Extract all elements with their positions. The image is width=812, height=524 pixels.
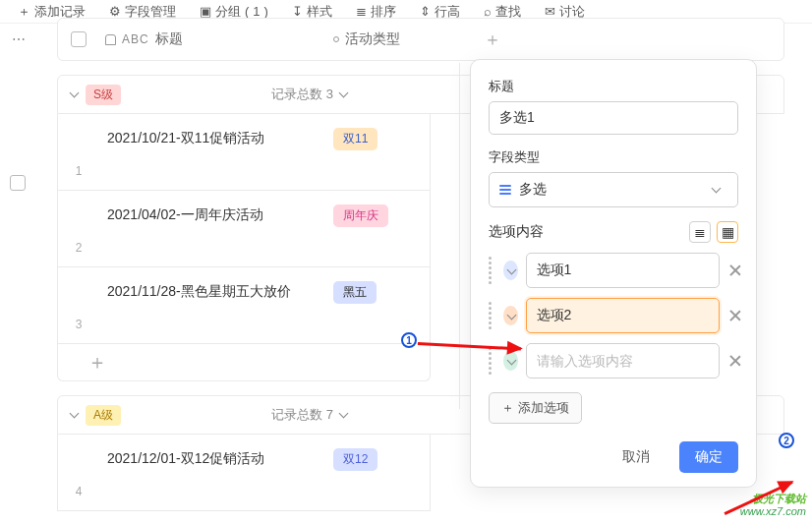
row-title-cell[interactable]: 2021/04/02-一周年庆活动 [99,191,333,266]
option-input[interactable] [526,343,720,378]
option-row [489,253,738,288]
activity-tag: 周年庆 [333,204,388,227]
option-input[interactable] [526,253,720,288]
annotation-badge-1: 1 [401,332,417,348]
activity-tag: 黑五 [333,281,377,304]
option-input[interactable] [526,298,720,333]
side-checkbox[interactable] [10,175,26,191]
activity-tag: 双12 [333,448,377,471]
chevron-down-icon[interactable] [68,88,80,100]
row-type-cell[interactable]: 黑五 [333,267,430,343]
row-type-cell[interactable]: 双12 [333,435,430,510]
chevron-down-icon[interactable] [337,409,349,421]
col-type-label: ABC [122,32,149,46]
multiselect-icon [499,185,511,195]
cancel-button[interactable]: 取消 [618,442,654,472]
table-row[interactable]: 32021/11/28-黑色星期五大放价黑五 [57,267,431,344]
drag-handle-icon[interactable] [489,302,495,329]
add-option-label: 添加选项 [518,399,569,417]
remove-option-button[interactable] [727,308,738,323]
select-all-checkbox[interactable] [71,31,87,47]
row-index: 2 [58,191,99,266]
add-option-button[interactable]: ＋ 添加选项 [489,392,582,424]
watermark-url: www.xz7.com [740,505,806,517]
add-column-button[interactable]: ＋ [471,28,514,51]
lock-icon [105,34,116,45]
options-label: 选项内容 [489,223,544,241]
group-badge: A级 [86,405,121,426]
table-row[interactable]: 12021/10/21-双11促销活动双11 [57,114,431,191]
group-count: 记录总数 7 [271,406,349,424]
chevron-down-icon [505,311,515,320]
title-field-label: 标题 [489,78,738,95]
row-title-cell[interactable]: 2021/11/28-黑色星期五大放价 [99,267,333,343]
drag-handle-icon[interactable] [489,347,495,375]
more-menu-icon[interactable]: ⋯ [12,31,28,47]
table-header-row: ABC 标题 活动类型 ＋ [57,18,784,61]
column-title-text: 标题 [155,30,183,48]
chevron-down-icon[interactable] [68,409,80,421]
group-count: 记录总数 3 [271,86,349,103]
activity-tag: 双11 [333,128,377,150]
row-title-cell[interactable]: 2021/12/01-双12促销活动 [99,435,333,510]
row-title-cell[interactable]: 2021/10/21-双11促销活动 [99,114,333,190]
confirm-button[interactable]: 确定 [679,441,738,473]
group-badge: S级 [86,85,121,105]
watermark: 极光下载站 www.xz7.com [740,493,806,518]
add-row-button[interactable]: ＋ [57,344,431,381]
column-type-text: 活动类型 [345,30,400,48]
row-type-cell[interactable]: 周年庆 [333,191,430,266]
chevron-down-icon [505,356,515,366]
options-view-list-button[interactable]: ≣ [689,221,711,243]
remove-option-button[interactable] [727,262,738,278]
field-config-panel: 标题 字段类型 多选 选项内容 ≣ ▦ ＋ 添加选项 取消 确定 [470,59,757,488]
row-type-cell[interactable]: 双11 [333,114,430,190]
option-color-picker[interactable] [503,261,517,280]
row-index: 1 [58,114,99,190]
table-row[interactable]: 42021/12/01-双12促销活动双12 [57,435,431,511]
chevron-down-icon [710,184,722,196]
option-color-picker[interactable] [503,306,517,325]
chevron-down-icon[interactable] [337,88,349,100]
chevron-down-icon [505,265,515,275]
annotation-badge-2: 2 [779,433,794,448]
field-type-label: 字段类型 [489,148,738,166]
drag-handle-icon[interactable] [489,257,495,284]
option-row [489,298,738,333]
field-type-value: 多选 [519,181,547,199]
option-row [489,343,738,378]
remove-option-button[interactable] [727,353,738,369]
row-index: 4 [58,435,99,510]
column-header-title[interactable]: ABC 标题 [99,30,333,48]
type-icon [333,36,339,42]
options-view-color-button[interactable]: ▦ [717,221,738,243]
title-input[interactable] [489,101,738,135]
column-boundary [433,63,460,409]
row-index: 3 [58,267,99,343]
table-row[interactable]: 22021/04/02-一周年庆活动周年庆 [57,191,431,267]
column-header-type[interactable]: 活动类型 [333,30,471,48]
field-type-select[interactable]: 多选 [489,172,738,207]
